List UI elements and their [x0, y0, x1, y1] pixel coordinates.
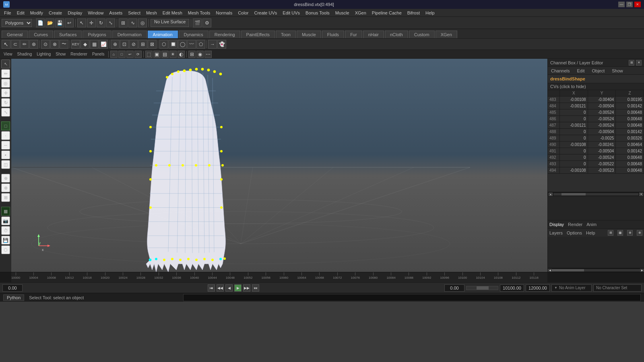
- rotate-manip-btn[interactable]: ↻: [1, 98, 10, 107]
- cv-point[interactable]: [220, 178, 223, 181]
- anim-layer-selector[interactable]: ▼ No Anim Layer: [551, 284, 592, 292]
- layer-tb-btn2[interactable]: ▦: [617, 230, 623, 236]
- graph-editor-btn[interactable]: 📈: [99, 40, 108, 49]
- cv-point[interactable]: [195, 68, 198, 70]
- ghost-btn[interactable]: 👻: [217, 40, 226, 49]
- cv-point[interactable]: [220, 126, 223, 128]
- cache-btn[interactable]: 💾: [1, 236, 10, 245]
- menu-select[interactable]: Select: [126, 10, 143, 16]
- tab-toon[interactable]: Toon: [276, 31, 296, 38]
- cv-point[interactable]: [166, 76, 168, 78]
- cb-tab-show[interactable]: Show: [610, 68, 625, 74]
- edge-sel-btn[interactable]: ─: [1, 141, 10, 150]
- cv-point[interactable]: [189, 69, 192, 71]
- move-tool-button[interactable]: ✛: [87, 19, 96, 27]
- grid-btn[interactable]: ⊞: [188, 51, 196, 58]
- lasso-btn[interactable]: ⊂: [11, 40, 20, 49]
- deform-cluster-btn[interactable]: ◯: [178, 40, 187, 49]
- menu-file[interactable]: File: [2, 10, 14, 16]
- cv-table-row[interactable]: 488 0 -0.00504 0.00142: [548, 129, 644, 135]
- cv-point[interactable]: [183, 70, 186, 72]
- cv-point-bottom[interactable]: [171, 258, 173, 260]
- cv-point-bottom[interactable]: [179, 259, 182, 261]
- minimize-button[interactable]: —: [618, 2, 625, 7]
- solid-btn[interactable]: ▣: [153, 51, 161, 58]
- hud-btn[interactable]: ◉: [196, 51, 204, 58]
- menu-bifrost[interactable]: Bifrost: [405, 10, 422, 16]
- select-anim-btn[interactable]: ↖: [2, 40, 10, 49]
- view-menu-btn[interactable]: View: [2, 51, 14, 57]
- tab-polygons[interactable]: Polygons: [83, 31, 111, 38]
- cv-point[interactable]: [149, 126, 152, 128]
- cb-close-btn[interactable]: ✕: [636, 60, 642, 66]
- cb-scrollbar[interactable]: ▲ ▼: [548, 192, 644, 196]
- menu-pipeline-cache[interactable]: Pipeline Cache: [369, 10, 404, 16]
- cv-table-row[interactable]: 484 -0.00121 -0.00504 0.00142: [548, 103, 644, 109]
- cb-section-title[interactable]: CVs (click to hide): [548, 83, 644, 90]
- open-scene-button[interactable]: 📂: [45, 19, 54, 27]
- scroll-track[interactable]: [553, 193, 638, 195]
- render-button[interactable]: 🎬: [193, 19, 202, 27]
- constraint-aim-btn[interactable]: ⊘: [129, 40, 138, 49]
- command-line-input[interactable]: [183, 294, 641, 301]
- show-menu-btn[interactable]: Show: [54, 51, 68, 57]
- cv-point[interactable]: [155, 164, 157, 167]
- tab-painteffects[interactable]: PaintEffects: [241, 31, 275, 38]
- pb-play-btn[interactable]: ▶: [234, 284, 242, 292]
- menu-color[interactable]: Color: [235, 10, 251, 16]
- snap-curve-button[interactable]: ∿: [128, 19, 137, 27]
- pb-goto-end-btn[interactable]: ⏭: [252, 284, 259, 292]
- pb-prev-frame-btn[interactable]: ◀: [225, 284, 233, 292]
- menu-modify[interactable]: Modify: [28, 10, 45, 16]
- new-scene-button[interactable]: 📄: [36, 19, 45, 27]
- menu-window[interactable]: Window: [85, 10, 106, 16]
- menu-xgen[interactable]: XGen: [353, 10, 369, 16]
- cv-point[interactable]: [201, 68, 204, 70]
- menu-assets[interactable]: Assets: [107, 10, 125, 16]
- cv-point[interactable]: [207, 69, 210, 71]
- deform-skin-btn[interactable]: 🔲: [169, 40, 178, 49]
- make-live-btn[interactable]: ⊗: [1, 183, 10, 192]
- cam-frame-btn[interactable]: □: [118, 51, 126, 58]
- cv-point-bottom[interactable]: [223, 257, 226, 260]
- tab-nhair[interactable]: nHair: [363, 31, 384, 38]
- component-sel-btn[interactable]: □: [1, 121, 10, 130]
- anim-layer-btn2[interactable]: ⏱: [1, 226, 10, 235]
- renderer-menu-btn[interactable]: Renderer: [68, 51, 89, 57]
- scroll-down-btn[interactable]: ▼: [639, 193, 643, 196]
- tab-dynamics[interactable]: Dynamics: [179, 31, 208, 38]
- cv-point[interactable]: [220, 150, 223, 152]
- cv-table-row[interactable]: 493 0 -0.00522 0.00648: [548, 161, 644, 167]
- layer-scroll-right[interactable]: ▶: [640, 269, 644, 272]
- textured-btn[interactable]: ▤: [161, 51, 169, 58]
- tab-custom[interactable]: Custom: [409, 31, 435, 38]
- pb-goto-start-btn[interactable]: ⏮: [208, 284, 215, 292]
- menu-display[interactable]: Display: [65, 10, 85, 16]
- tab-surfaces[interactable]: Surfaces: [54, 31, 82, 38]
- cv-point[interactable]: [213, 70, 216, 73]
- cb-float-btn[interactable]: ⊞: [629, 60, 634, 66]
- cv-point-bottom[interactable]: [149, 259, 151, 261]
- cv-table-row[interactable]: 492 0 -0.00524 0.00648: [548, 154, 644, 161]
- cv-point-bottom[interactable]: [163, 259, 165, 261]
- cv-table-row[interactable]: 486 0 -0.00524 0.00648: [548, 116, 644, 122]
- cv-point[interactable]: [221, 164, 224, 167]
- deform-wire-btn[interactable]: 〰: [187, 40, 196, 49]
- node-editor-btn[interactable]: ⬡: [1, 245, 10, 254]
- light-btn[interactable]: ☀: [169, 51, 177, 58]
- deform-blend-btn[interactable]: ⬡: [159, 40, 168, 49]
- layer-scroll-left[interactable]: ◀: [548, 269, 552, 272]
- char-set-selector[interactable]: No Character Set: [593, 284, 642, 292]
- scroll-up-btn[interactable]: ▲: [549, 193, 553, 196]
- spline-ik-btn[interactable]: 〜: [60, 40, 68, 49]
- cv-point[interactable]: [168, 164, 171, 167]
- soft-select-btn[interactable]: ⊛: [29, 40, 38, 49]
- pb-next-frame-btn[interactable]: ▶▶: [243, 284, 250, 292]
- layer-scroll-thumb[interactable]: [552, 269, 584, 272]
- select-tool-button[interactable]: ↖: [77, 19, 86, 27]
- menu-help[interactable]: Help: [423, 10, 437, 16]
- face-sel-btn[interactable]: ▪: [1, 150, 10, 159]
- sculpt-btn[interactable]: ◎: [1, 79, 10, 88]
- tab-muscle[interactable]: Muscle: [297, 31, 321, 38]
- menu-normals[interactable]: Normals: [213, 10, 235, 16]
